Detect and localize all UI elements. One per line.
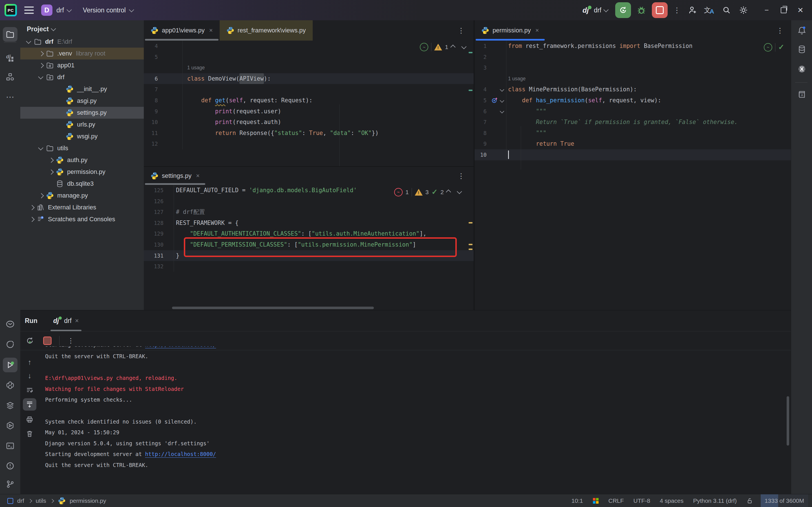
inspections-widget[interactable]: ~ ✓ (764, 43, 784, 52)
interpreter-item[interactable]: Python 3.11 (drf) (688, 497, 742, 504)
project-panel-header[interactable]: Project (20, 20, 144, 36)
close-icon[interactable]: × (209, 27, 213, 34)
tree-item-app01[interactable]: app01 (20, 59, 144, 71)
next-problem-icon[interactable] (457, 189, 462, 194)
fold-icon[interactable] (500, 98, 504, 103)
caret-position[interactable]: 10:1 (567, 497, 588, 504)
python-console-tool-button[interactable] (3, 378, 17, 393)
tree-item--venv[interactable]: .venvlibrary root (20, 48, 144, 59)
project-widget[interactable]: D drf (41, 4, 72, 16)
tab-options-icon[interactable]: ⋮ (776, 20, 783, 41)
console-line[interactable]: May 01, 2024 - 15:50:29 (45, 427, 785, 438)
tree-item--init-py[interactable]: __init__.py (20, 83, 144, 95)
notifications-tool-button[interactable] (795, 23, 809, 38)
inlay-hint-row[interactable]: 1 usage (144, 62, 474, 73)
breadcrumb-file[interactable]: permission.py (70, 497, 106, 504)
sciview-tool-button[interactable] (795, 62, 809, 76)
console-line[interactable]: Quit the server with CTRL-BREAK. (45, 460, 785, 471)
debug-button[interactable] (635, 4, 648, 17)
console-line[interactable] (45, 405, 785, 416)
encoding-item[interactable]: UTF-8 (629, 497, 655, 504)
lock-item[interactable] (742, 497, 758, 504)
services-tool-button[interactable] (3, 418, 17, 433)
console-line[interactable]: Watching for file changes with StatReloa… (45, 384, 785, 395)
code-line[interactable]: 8 """ (475, 128, 791, 139)
code-line[interactable]: 132 (144, 261, 474, 272)
search-everywhere-button[interactable] (720, 4, 733, 17)
tree-item-permission-py[interactable]: permission.py (20, 166, 144, 178)
tree-item-manage-py[interactable]: manage.py (20, 190, 144, 202)
console-line[interactable]: Quit the server with CTRL-BREAK. (45, 351, 785, 362)
console-line[interactable]: Performing system checks... (45, 394, 785, 405)
code-line[interactable]: 127# drf配置 (144, 207, 474, 218)
database-tool-button[interactable] (795, 42, 809, 57)
code-line[interactable]: 3 (475, 62, 791, 73)
windows-defender-item[interactable] (588, 498, 604, 504)
fold-icon[interactable] (500, 109, 504, 114)
structure-tool-button[interactable] (3, 69, 17, 84)
console-line[interactable]: E:\drf\app01\views.py changed, reloading… (45, 373, 785, 384)
next-problem-icon[interactable] (461, 44, 466, 49)
terminal-tool-button[interactable] (3, 439, 17, 453)
tree-item-asgi-py[interactable]: asgi.py (20, 95, 144, 107)
down-stacktrace-button[interactable]: ↓ (23, 370, 36, 382)
translate-button[interactable]: 文 A (703, 4, 716, 17)
override-icon[interactable] (491, 97, 498, 104)
rerun-button[interactable] (24, 335, 36, 346)
run-tool-button[interactable] (3, 358, 17, 372)
close-icon[interactable]: × (535, 27, 539, 34)
code-line[interactable]: 11 return Response({"status": True, "dat… (144, 128, 474, 139)
problems-tool-button[interactable] (3, 458, 17, 473)
stop-button[interactable] (652, 2, 668, 18)
console-line[interactable]: Starting development server at http://lo… (45, 346, 785, 351)
tab-settings[interactable]: settings.py × (144, 167, 206, 185)
close-icon[interactable]: × (196, 172, 200, 179)
tab-options-icon[interactable]: ⋮ (457, 167, 465, 185)
chevron-right-icon[interactable] (29, 217, 35, 222)
code-line[interactable]: 9 print(request.user) (144, 106, 474, 117)
console-line[interactable]: Django version 5.0.4, using settings 'dr… (45, 438, 785, 449)
code-line[interactable]: 128REST_FRAMEWORK = { (144, 218, 474, 229)
tab-rest-framework-views[interactable]: rest_framework\views.py (220, 20, 313, 41)
close-icon[interactable]: × (75, 317, 79, 325)
more-actions-icon[interactable]: ⋮ (671, 6, 682, 15)
inlay-hint-row[interactable]: 1 usage (475, 73, 791, 84)
tree-item-drf[interactable]: drf (20, 71, 144, 83)
tree-item-scratches-and-consoles[interactable]: Scratches and Consoles (20, 213, 144, 225)
code-line[interactable]: 4class MinePermission(BasePermission): (475, 84, 791, 95)
code-line[interactable]: 10 (475, 149, 791, 160)
tree-item-urls-py[interactable]: urls.py (20, 119, 144, 130)
more-tool-windows-button[interactable]: ⋯ (3, 89, 17, 104)
code-line[interactable]: 8 def get(self, request: Request): (144, 95, 474, 106)
up-stacktrace-button[interactable]: ↑ (23, 356, 36, 368)
horizontal-scrollbar[interactable] (172, 306, 374, 309)
code-line[interactable]: 9 return True (475, 138, 791, 149)
code-line[interactable]: 2 (475, 52, 791, 63)
console-line[interactable]: System check identified no issues (0 sil… (45, 416, 785, 427)
tab-app01-views[interactable]: app01\views.py × (144, 20, 220, 41)
breadcrumb-project[interactable]: drf (17, 497, 24, 504)
code-line[interactable]: 6 """ (475, 106, 791, 117)
todo-tool-button[interactable] (3, 317, 17, 331)
chevron-right-icon[interactable] (39, 193, 44, 198)
restore-button[interactable] (777, 4, 790, 17)
console-line[interactable] (45, 362, 785, 373)
fold-icon[interactable] (500, 88, 504, 92)
line-separator-item[interactable]: CRLF (604, 497, 629, 504)
code-line[interactable]: 6class DemoView(APIView): (144, 73, 474, 84)
documentation-tool-button[interactable]: A (795, 87, 809, 102)
indent-item[interactable]: 4 spaces (655, 497, 688, 504)
chevron-right-icon[interactable] (39, 63, 44, 68)
console-output[interactable]: Starting development server at http://lo… (45, 346, 785, 471)
tree-item-external-libraries[interactable]: External Libraries (20, 202, 144, 213)
inspections-widget[interactable]: ~ 1 ! 3 ✓ 2 (394, 188, 462, 196)
vcs-widget[interactable]: Version control (83, 6, 134, 14)
server-url-link[interactable]: http://localhost:8000/ (145, 451, 216, 457)
tab-options-icon[interactable]: ⋮ (457, 20, 465, 41)
run-tab-drf[interactable]: dj drf × (50, 310, 82, 331)
tree-item-wsgi-py[interactable]: wsgi.py (20, 130, 144, 142)
django-structure-tool-button[interactable]: dj (3, 50, 17, 64)
print-button[interactable] (23, 413, 36, 426)
chevron-right-icon[interactable] (29, 205, 35, 210)
tree-item-drf[interactable]: drfE:\drf (20, 36, 144, 48)
